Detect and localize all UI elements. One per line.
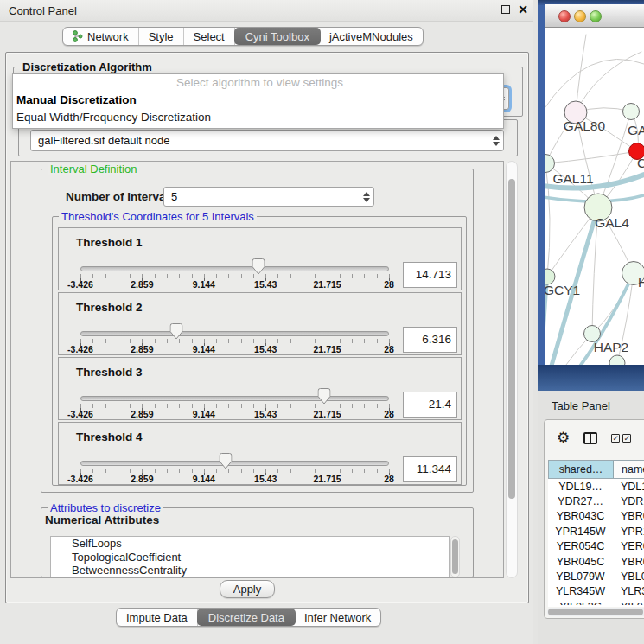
cell-shared-name[interactable]: YDR27… [548, 495, 613, 507]
tab-network[interactable]: Network [63, 28, 139, 45]
attribute-list-item[interactable]: TopologicalCoefficient [51, 551, 449, 564]
cell-shared-name[interactable]: YER054C [548, 540, 613, 552]
tick-label: 9.144 [193, 409, 215, 419]
tick-label: 28 [384, 474, 394, 484]
threshold-4-value-field[interactable]: 11.344 [403, 456, 457, 482]
tick-label: 21.715 [314, 344, 341, 354]
cell-shared-name[interactable]: YBR043C [548, 510, 613, 522]
table-data-combobox[interactable]: galFiltered.sif default node [30, 130, 504, 151]
cell-name[interactable]: YDR2 [613, 495, 644, 507]
network-node-label: HAP2 [594, 340, 629, 354]
cell-shared-name[interactable]: YBR045C [548, 556, 613, 568]
tab-select[interactable]: Select [184, 28, 235, 45]
network-edge[interactable] [545, 163, 550, 277]
checkbox-icon[interactable]: ✓ [622, 434, 631, 443]
numerical-attributes-list[interactable]: SelfLoopsTopologicalCoefficientBetweenne… [50, 536, 450, 577]
threshold-3-slider-thumb[interactable] [318, 388, 331, 405]
tick-label: 15.43 [254, 409, 277, 419]
tab-style[interactable]: Style [139, 28, 184, 45]
threshold-4-slider-track[interactable] [80, 461, 389, 466]
network-node-label: GAL80 [564, 118, 606, 133]
close-icon[interactable]: ✕ [518, 3, 528, 16]
tab-impute-data[interactable]: Impute Data [117, 609, 198, 626]
mac-zoom-button[interactable] [590, 10, 602, 22]
tab-jactivemnodules[interactable]: jActiveMNodules [320, 28, 423, 45]
checkbox-icon[interactable]: ✓ [611, 434, 620, 443]
attribute-list-item[interactable]: BetweennessCentrality [51, 564, 449, 577]
interval-definition-title: Interval Definition [48, 163, 139, 175]
mac-minimize-button[interactable] [574, 10, 586, 22]
popup-item-manual-discretization[interactable]: Manual Discretization [13, 92, 503, 109]
table-row[interactable]: YPR145WYPR1 [548, 524, 644, 539]
table-row[interactable]: YBR043CYBR0 [548, 509, 644, 524]
threshold-2-label: Threshold 2 [76, 301, 143, 314]
tick-label: -3.426 [67, 474, 93, 484]
network-node[interactable] [623, 104, 640, 120]
network-node[interactable] [609, 355, 625, 365]
cell-shared-name[interactable]: YPR145W [548, 526, 613, 538]
table-row[interactable]: YDR27…YDR2 [548, 494, 644, 508]
attributes-list-scrollbar[interactable] [450, 536, 460, 577]
threshold-1-slider-thumb[interactable] [252, 258, 265, 275]
table-row[interactable]: YLR345WYLR3 [548, 584, 644, 599]
cell-name[interactable]: YLR3 [613, 585, 644, 597]
cell-name[interactable]: YDL1 [613, 481, 644, 493]
threshold-2-value-field[interactable]: 6.316 [403, 327, 457, 353]
cell-name[interactable]: YBR0 [613, 510, 644, 522]
threshold-4-slider-thumb[interactable] [219, 453, 232, 469]
threshold-1-value-field[interactable]: 14.713 [403, 262, 457, 288]
tab-infer-network[interactable]: Infer Network [295, 609, 380, 626]
table-horizontal-scrollbar[interactable] [547, 608, 644, 616]
table-row[interactable]: YDL19…YDL1 [548, 479, 644, 494]
cyni-bottom-tabstrip: Impute Data Discretize Data Infer Networ… [116, 608, 381, 627]
table-row[interactable]: YBL079WYBL0 [548, 569, 644, 583]
cell-name[interactable]: YBL0 [613, 571, 644, 583]
table-panel-title: Table Panel [552, 399, 610, 412]
split-columns-icon[interactable] [583, 432, 597, 444]
number-of-intervals-combobox[interactable]: 5 [163, 187, 374, 207]
threshold-1-panel: Threshold 1 -3.4262.8599.14415.4321.7152… [58, 227, 462, 290]
cyni-toolbox-panel: Discretization Algorithm Select algorith… [5, 52, 529, 603]
cell-shared-name[interactable]: YDL19… [548, 481, 613, 493]
column-header-name[interactable]: name [614, 461, 644, 478]
tick-label: 28 [384, 279, 394, 290]
table-row[interactable]: YBR045CYBR0 [548, 554, 644, 569]
threshold-2-slider-thumb[interactable] [169, 323, 182, 340]
network-view-window: GAL80GACGAL11GAL4GCY1HHAP2 [538, 0, 644, 391]
cell-name[interactable]: YPR1 [613, 526, 644, 538]
tab-cyni-toolbox[interactable]: Cyni Toolbox [234, 28, 321, 45]
network-node-label: C [637, 156, 644, 170]
threshold-2-slider-track[interactable] [80, 331, 389, 336]
network-edge[interactable] [545, 151, 637, 163]
combo-stepper-icon [360, 192, 373, 202]
attribute-list-item[interactable]: SelfLoops [51, 537, 449, 551]
popup-placeholder-item[interactable]: Select algorithm to view settings [13, 74, 503, 92]
threshold-3-tick-labels: -3.4262.8599.14415.4321.71528 [80, 409, 389, 419]
cell-shared-name[interactable]: YLR345W [548, 585, 613, 597]
tab-discretize-data[interactable]: Discretize Data [197, 609, 296, 626]
threshold-4-label: Threshold 4 [76, 430, 143, 443]
tick-label: 2.859 [131, 344, 153, 354]
network-canvas[interactable]: GAL80GACGAL11GAL4GCY1HHAP2 [545, 28, 644, 365]
tick-label: 2.859 [131, 474, 153, 484]
settings-scrollbar-thumb[interactable] [508, 179, 515, 499]
tick-label: 15.43 [254, 279, 277, 290]
cell-name[interactable]: YER0 [613, 540, 644, 552]
cell-name[interactable]: YIL0 [613, 601, 644, 605]
cell-name[interactable]: YBR0 [613, 556, 644, 568]
table-row[interactable]: YIL053CYIL0 [548, 599, 644, 605]
gear-icon[interactable]: ⚙ [557, 430, 570, 447]
table-row[interactable]: YER054CYER0 [548, 539, 644, 554]
mac-close-button[interactable] [558, 10, 571, 22]
threshold-3-slider-track[interactable] [80, 396, 389, 401]
cell-shared-name[interactable]: YBL079W [548, 571, 613, 583]
threshold-3-value-field[interactable]: 21.4 [403, 392, 457, 418]
settings-scrollbar[interactable] [506, 161, 518, 578]
popup-item-equal-width[interactable]: Equal Width/Frequency Discretization [13, 109, 503, 126]
float-window-icon[interactable] [501, 5, 510, 14]
column-header-shared-name[interactable]: shared… [549, 461, 614, 478]
cell-shared-name[interactable]: YIL053C [548, 601, 613, 605]
network-node[interactable] [545, 155, 555, 173]
apply-button[interactable]: Apply [220, 580, 275, 598]
threshold-1-slider-track[interactable] [80, 266, 389, 271]
